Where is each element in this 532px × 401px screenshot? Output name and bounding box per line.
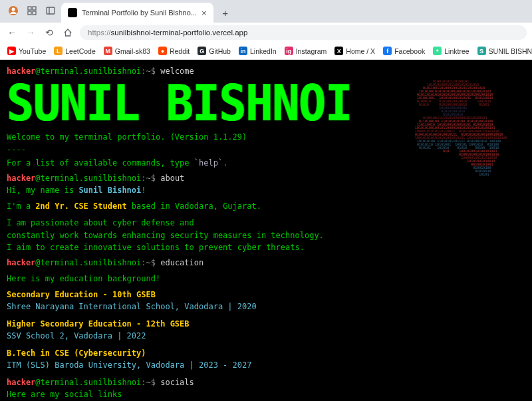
- svg-point-1: [12, 8, 15, 11]
- bookmark-item[interactable]: XHome / X: [331, 45, 378, 57]
- prompt-line: hacker@terminal.sunilbishnoi:~$ about: [7, 172, 525, 184]
- browser-titlebar: Terminal Portfolio by Sunil Bishno... × …: [0, 0, 532, 23]
- bookmark-label: Facebook: [394, 47, 425, 55]
- ascii-name-banner: SUNIL BISHNOI: [7, 81, 525, 126]
- refresh-button[interactable]: ⟲: [43, 26, 56, 39]
- welcome-line: Welcome to my terminal portfolio. (Versi…: [7, 131, 525, 144]
- bookmark-icon: ●: [158, 47, 167, 55]
- bookmark-item[interactable]: fFacebook: [380, 45, 428, 57]
- tab-title: Terminal Portfolio by Sunil Bishno...: [82, 9, 197, 17]
- education-item: Higher Secondary Education - 12th GSEBSS…: [7, 318, 525, 342]
- bookmark-label: YouTube: [19, 47, 46, 55]
- svg-rect-3: [33, 7, 36, 10]
- url-prefix: https://: [88, 29, 111, 37]
- bookmark-icon: L: [54, 47, 63, 55]
- welcome-dashes: ----: [7, 144, 525, 156]
- bookmark-item[interactable]: MGmail-sk83: [100, 45, 154, 57]
- bookmark-icon: G: [198, 47, 206, 55]
- profile-icon[interactable]: [8, 5, 19, 16]
- tab-close-icon[interactable]: ×: [201, 8, 207, 18]
- education-item: B.Tech in CSE (Cybersecurity)ITM (SLS) B…: [7, 347, 525, 371]
- bookmark-label: GitHub: [209, 47, 231, 55]
- education-item: Secondary Education - 10th GSEBShree Nar…: [7, 289, 525, 313]
- svg-rect-2: [28, 7, 31, 10]
- bookmarks-bar: ▶YouTubeLLeetCodeMGmail-sk83●RedditGGitH…: [0, 43, 532, 60]
- socials-heading: Here are my social links: [7, 388, 525, 400]
- welcome-block: Welcome to my terminal portfolio. (Versi…: [7, 131, 525, 170]
- bookmark-label: SUNIL BISHNOI: [489, 47, 532, 55]
- new-tab-button[interactable]: +: [217, 5, 233, 21]
- bookmark-label: Home / X: [346, 47, 375, 55]
- bookmark-item[interactable]: GGitHub: [194, 45, 234, 57]
- bookmark-label: Reddit: [170, 47, 190, 55]
- bookmark-icon: f: [383, 47, 392, 55]
- education-list: Secondary Education - 10th GSEBShree Nar…: [7, 289, 525, 371]
- svg-rect-4: [28, 11, 31, 15]
- bookmark-item[interactable]: ▶YouTube: [4, 45, 49, 57]
- bookmark-item[interactable]: inLinkedIn: [235, 45, 280, 57]
- address-bar[interactable]: https://sunilbishnoi-terminal-portfolio.…: [80, 25, 527, 40]
- education-desc: SSV School 2, Vadodara | 2022: [7, 330, 525, 342]
- education-desc: ITM (SLS) Baroda University, Vadodara | …: [7, 359, 525, 371]
- prompt-line: hacker@terminal.sunilbishnoi:~$ socials: [7, 376, 525, 388]
- bookmark-icon: ▶: [7, 47, 16, 55]
- url-host: sunilbishnoi-terminal-portfolio.vercel.a…: [111, 29, 248, 37]
- education-title: B.Tech in CSE (Cybersecurity): [7, 347, 525, 359]
- education-desc: Shree Narayana International School, Vad…: [7, 301, 525, 313]
- bookmark-item[interactable]: LLeetCode: [51, 45, 99, 57]
- terminal-content[interactable]: 010010101110100101 101010100010110010101…: [0, 60, 532, 401]
- back-button[interactable]: ←: [5, 26, 19, 39]
- bookmark-icon: ig: [285, 47, 293, 55]
- home-button[interactable]: [61, 26, 74, 39]
- about-block: Hi, my name is Sunil Bishnoi! I'm a 2nd …: [7, 184, 525, 254]
- bookmark-icon: in: [239, 47, 247, 55]
- bookmark-icon: *: [433, 47, 442, 55]
- browser-tab[interactable]: Terminal Portfolio by Sunil Bishno... ×: [61, 3, 213, 23]
- bookmark-item[interactable]: ●Reddit: [155, 45, 193, 57]
- browser-toolbar: ← → ⟲ https://sunilbishnoi-terminal-port…: [0, 23, 532, 43]
- svg-rect-6: [47, 7, 55, 14]
- bookmark-item[interactable]: SSUNIL BISHNOI: [474, 45, 532, 57]
- bookmark-icon: X: [334, 47, 343, 55]
- bookmark-item[interactable]: *Linktree: [430, 45, 472, 57]
- education-title: Higher Secondary Education - 12th GSEB: [7, 318, 525, 330]
- bookmark-label: LinkedIn: [250, 47, 277, 55]
- bookmark-label: Gmail-sk83: [115, 47, 150, 55]
- tab-favicon: [68, 8, 77, 17]
- svg-rect-5: [33, 11, 36, 15]
- sidebar-icon[interactable]: [45, 5, 56, 16]
- bookmark-label: LeetCode: [65, 47, 96, 55]
- bookmark-label: Linktree: [444, 47, 469, 55]
- workspaces-icon[interactable]: [27, 5, 37, 16]
- bookmark-icon: M: [104, 47, 112, 55]
- welcome-help-line: For a list of available commands, type `…: [7, 157, 525, 170]
- prompt-line: hacker@terminal.sunilbishnoi:~$ educatio…: [7, 257, 525, 269]
- forward-button: →: [24, 26, 37, 39]
- education-heading: Here is my education background!: [7, 273, 525, 285]
- education-title: Secondary Education - 10th GSEB: [7, 289, 525, 301]
- bookmark-label: Instagram: [296, 47, 327, 55]
- bookmark-icon: S: [477, 47, 486, 55]
- bookmark-item[interactable]: igInstagram: [281, 45, 331, 57]
